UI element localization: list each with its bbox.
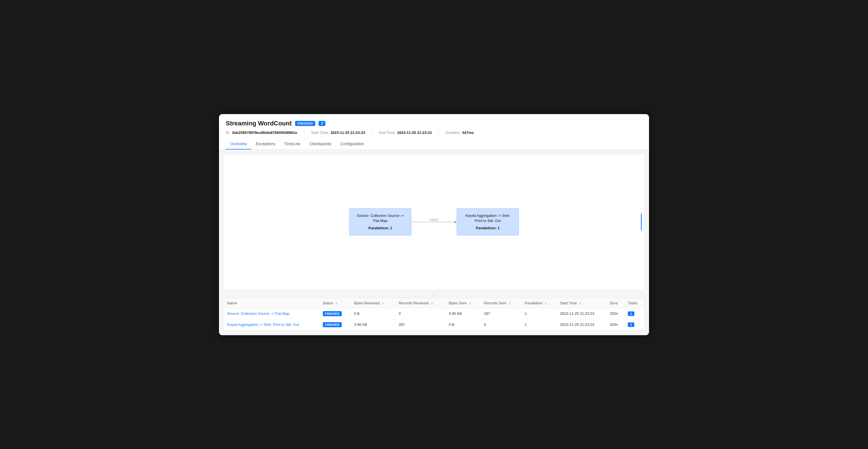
end-value: 2023-11-25 21:23:23 bbox=[397, 130, 432, 135]
jobs-table: Name Status ⇅ Bytes Received ⇅ Records R… bbox=[224, 298, 644, 330]
col-records-received[interactable]: Records Received ⇅ bbox=[395, 298, 445, 308]
col-status[interactable]: Status ⇅ bbox=[319, 298, 351, 308]
dag-node-right[interactable]: Keyed Aggregation -> Sink: Print to Std.… bbox=[457, 208, 519, 236]
cell-name: Keyed Aggregation -> Sink: Print to Std.… bbox=[224, 319, 319, 330]
tab-timeline[interactable]: TimeLine bbox=[280, 139, 305, 149]
sort-icon-records-sent: ⇅ bbox=[508, 302, 511, 305]
dag-node-right-parallelism: Parallelism: 1 bbox=[463, 226, 513, 231]
cell-duration: 292n bbox=[606, 308, 624, 319]
sort-icon-status: ⇅ bbox=[335, 302, 338, 305]
id-value: 0ab258579979ec86dfa876605938961e bbox=[232, 130, 297, 135]
sort-icon-records-received: ⇅ bbox=[431, 302, 433, 305]
cell-tasks: 1 bbox=[624, 319, 644, 330]
duration-label: Duration: bbox=[445, 130, 461, 135]
duration-value: 547ms bbox=[462, 130, 474, 135]
dag-edge-label: HASH bbox=[429, 218, 440, 221]
cell-bytes-sent: 3.95 KB bbox=[445, 308, 480, 319]
meta-id: ID: 0ab258579979ec86dfa876605938961e bbox=[226, 130, 304, 135]
meta-end: End Time: 2023-11-25 21:23:23 bbox=[379, 130, 439, 135]
dag-node-left-parallelism: Parallelism: 1 bbox=[355, 226, 405, 231]
tab-checkpoints[interactable]: Checkpoints bbox=[305, 139, 336, 149]
tabs: Overview Exceptions TimeLine Checkpoints… bbox=[226, 139, 642, 149]
content-area: Source: Collection Source -> Flat Map Pa… bbox=[219, 149, 649, 335]
data-table-container: Name Status ⇅ Bytes Received ⇅ Records R… bbox=[223, 298, 645, 331]
meta-start: Start Time: 2023-11-25 21:23:23 bbox=[311, 130, 372, 135]
job-name-link[interactable]: Keyed Aggregation -> Sink: Print to Std.… bbox=[227, 323, 299, 327]
cell-parallelism: 1 bbox=[521, 319, 557, 330]
status-badge: FINISHED bbox=[323, 311, 342, 316]
dag-node-left[interactable]: Source: Collection Source -> Flat Map Pa… bbox=[349, 208, 411, 236]
col-records-sent[interactable]: Records Sent ⇅ bbox=[481, 298, 521, 308]
cell-parallelism: 1 bbox=[521, 308, 557, 319]
dag-canvas: Source: Collection Source -> Flat Map Pa… bbox=[349, 193, 519, 250]
main-window: Streaming WordCount FINISHED 2 ID: 0ab25… bbox=[219, 114, 649, 335]
cell-status: FINISHED bbox=[319, 308, 351, 319]
status-badge: FINISHED bbox=[295, 121, 315, 126]
table-header-row: Name Status ⇅ Bytes Received ⇅ Records R… bbox=[224, 298, 644, 308]
meta-row: ID: 0ab258579979ec86dfa876605938961e Sta… bbox=[226, 130, 642, 135]
ellipsis-separator: ... bbox=[223, 290, 645, 298]
table-row: Keyed Aggregation -> Sink: Print to Std.… bbox=[224, 319, 644, 330]
col-tasks: Tasks bbox=[624, 298, 644, 308]
app-title: Streaming WordCount bbox=[226, 120, 292, 127]
dag-container[interactable]: Source: Collection Source -> Flat Map Pa… bbox=[223, 154, 645, 290]
tasks-badge[interactable]: 1 bbox=[628, 311, 634, 316]
table-body: Source: Collection Source -> Flat MapFIN… bbox=[224, 308, 644, 330]
cell-status: FINISHED bbox=[319, 319, 351, 330]
cell-bytes-sent: 0 B bbox=[445, 319, 480, 330]
cell-duration: 303n bbox=[606, 319, 624, 330]
sort-icon-bytes-sent: ⇅ bbox=[469, 302, 471, 305]
col-name[interactable]: Name bbox=[224, 298, 319, 308]
dag-node-right-title: Keyed Aggregation -> Sink: Print to Std.… bbox=[463, 213, 513, 223]
cell-name: Source: Collection Source -> Flat Map bbox=[224, 308, 319, 319]
sort-icon-bytes-received: ⇅ bbox=[382, 302, 384, 305]
cell-tasks: 1 bbox=[624, 308, 644, 319]
cell-records-sent: 0 bbox=[481, 319, 521, 330]
cell-bytes-received: 3.96 KB bbox=[350, 319, 395, 330]
id-label: ID: bbox=[226, 130, 230, 135]
cell-records-received: 287 bbox=[395, 319, 445, 330]
cell-bytes-received: 0 B bbox=[350, 308, 395, 319]
sort-icon-parallelism: ⇅ bbox=[545, 302, 547, 305]
tab-exceptions[interactable]: Exceptions bbox=[251, 139, 280, 149]
status-badge: FINISHED bbox=[323, 322, 342, 327]
meta-duration: Duration: 547ms bbox=[445, 130, 474, 135]
dag-node-left-title: Source: Collection Source -> Flat Map bbox=[355, 213, 405, 223]
tab-overview[interactable]: Overview bbox=[226, 139, 251, 149]
count-badge: 2 bbox=[318, 121, 326, 126]
cell-start-time: 2023-11-25 21:23:23 bbox=[557, 308, 607, 319]
tab-configuration[interactable]: Configuration bbox=[336, 139, 368, 149]
col-bytes-sent[interactable]: Bytes Sent ⇅ bbox=[445, 298, 480, 308]
start-label: Start Time: bbox=[311, 130, 329, 135]
scrollbar-handle[interactable] bbox=[641, 213, 642, 231]
col-parallelism[interactable]: Parallelism ⇅ bbox=[521, 298, 557, 308]
cell-records-received: 0 bbox=[395, 308, 445, 319]
title-row: Streaming WordCount FINISHED 2 bbox=[226, 120, 642, 127]
cell-records-sent: 287 bbox=[481, 308, 521, 319]
end-label: End Time: bbox=[379, 130, 396, 135]
col-start-time[interactable]: Start Time ⇅ bbox=[557, 298, 607, 308]
cell-start-time: 2023-11-25 21:23:23 bbox=[557, 319, 607, 330]
col-duration[interactable]: Dura bbox=[606, 298, 624, 308]
dag-arrow-head bbox=[454, 220, 457, 223]
job-name-link[interactable]: Source: Collection Source -> Flat Map bbox=[227, 311, 289, 316]
sort-icon-start-time: ⇅ bbox=[579, 302, 581, 305]
tasks-badge[interactable]: 1 bbox=[628, 323, 634, 327]
header: Streaming WordCount FINISHED 2 ID: 0ab25… bbox=[219, 114, 649, 149]
table-row: Source: Collection Source -> Flat MapFIN… bbox=[224, 308, 644, 319]
col-bytes-received[interactable]: Bytes Received ⇅ bbox=[350, 298, 395, 308]
start-value: 2023-11-25 21:23:23 bbox=[331, 130, 365, 135]
